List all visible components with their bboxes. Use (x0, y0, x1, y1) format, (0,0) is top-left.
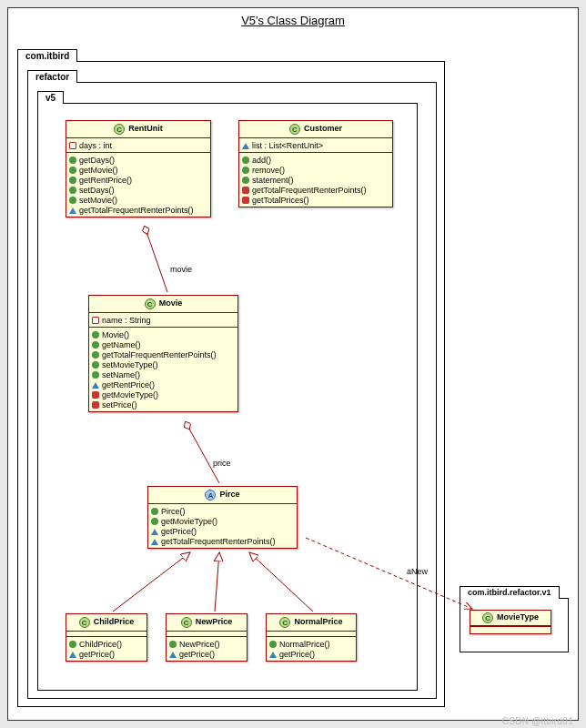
member-text: getPrice() (161, 527, 197, 536)
member-row: getPrice() (269, 649, 353, 659)
member-row: statement() (242, 175, 389, 185)
class-stereotype-icon: C (289, 124, 300, 135)
member-text: remove() (252, 166, 285, 175)
class-childprice: CChildPrice ChildPrice()getPrice() (66, 613, 147, 662)
member-row: getTotalFrequentRenterPoints() (92, 349, 235, 359)
visibility-icon (242, 157, 249, 164)
member-text: getMovieType() (161, 517, 217, 526)
edge-label-movie: movie (170, 265, 192, 274)
class-operations (470, 626, 551, 633)
member-text: Movie() (102, 330, 129, 339)
member-text: NormalPrice() (279, 640, 330, 649)
visibility-icon (92, 341, 99, 349)
member-row: ChildPrice() (69, 639, 144, 649)
visibility-icon (242, 167, 249, 174)
member-row: getMovie() (69, 165, 207, 175)
member-text: setMovieType() (102, 360, 158, 369)
class-name: ChildPrice (94, 617, 135, 626)
class-attributes: list : List<RentUnit> (239, 138, 392, 153)
visibility-icon (151, 529, 158, 535)
member-text: setMovie() (79, 196, 117, 205)
member-text: add() (252, 156, 271, 165)
member-text: getTotalFrequentRenterPoints() (102, 350, 217, 359)
member-text: setDays() (79, 186, 115, 195)
member-row: add() (242, 155, 389, 165)
member-row: Pirce() (151, 506, 294, 516)
visibility-icon (92, 331, 99, 339)
class-pirce: APirce Pirce()getMovieType()getPrice()ge… (147, 486, 298, 549)
class-name: Movie (159, 298, 183, 308)
class-stereotype-icon: C (79, 617, 90, 628)
package-movietype: com.itbird.refactor.v1 CMovieType (460, 598, 569, 652)
member-row: name : String (92, 315, 235, 325)
member-row: getMovieType() (92, 389, 235, 399)
member-text: getPrice() (179, 650, 215, 659)
member-text: NewPrice() (179, 640, 220, 649)
member-row: getMovieType() (151, 516, 294, 526)
visibility-icon (169, 652, 177, 658)
visibility-icon (69, 157, 76, 164)
member-text: Pirce() (161, 507, 186, 516)
member-row: setMovie() (69, 195, 207, 205)
visibility-icon (242, 187, 249, 194)
visibility-icon (92, 361, 99, 369)
package-tab: com.itbird (17, 49, 77, 62)
visibility-icon (269, 641, 277, 648)
visibility-icon (242, 143, 249, 149)
member-text: getRentPrice() (102, 380, 155, 389)
member-row: getPrice() (151, 526, 294, 536)
member-row: getTotalFrequentRenterPoints() (242, 185, 389, 195)
member-text: getTotalFrequentRenterPoints() (252, 186, 367, 195)
package-com-itbird: com.itbird refactor v5 CRentUnit days : … (17, 61, 445, 707)
member-row: getTotalFrequentRenterPoints() (69, 205, 207, 215)
member-text: getDays() (79, 156, 115, 165)
edge-label-price: price (213, 459, 231, 468)
class-operations: Movie()getName()getTotalFrequentRenterPo… (89, 328, 237, 411)
member-row: getName() (92, 339, 235, 349)
class-stereotype-icon: C (181, 617, 192, 628)
class-name: Customer (304, 124, 342, 133)
class-stereotype-icon: C (145, 298, 156, 309)
visibility-icon (92, 391, 99, 399)
watermark: CSDN @itbird01 (502, 716, 573, 726)
visibility-icon (92, 382, 99, 389)
class-stereotype-icon: C (482, 612, 493, 623)
visibility-icon (92, 401, 99, 409)
member-row: getPrice() (69, 649, 144, 659)
class-movie: CMovie name : String Movie()getName()get… (88, 295, 238, 412)
class-customer: CCustomer list : List<RentUnit> add()rem… (238, 120, 393, 207)
class-operations: getDays()getMovie()getRentPrice()setDays… (66, 153, 210, 217)
member-row: getTotalPrices() (242, 195, 389, 205)
member-row: getRentPrice() (92, 379, 235, 389)
member-row: days : int (69, 140, 207, 150)
member-row: getDays() (69, 155, 207, 165)
visibility-icon (269, 652, 277, 658)
member-text: getTotalFrequentRenterPoints() (161, 537, 276, 546)
member-text: list : List<RentUnit> (252, 141, 323, 150)
member-text: ChildPrice() (79, 640, 122, 649)
member-row: setMovieType() (92, 359, 235, 369)
package-refactor: refactor v5 CRentUnit days : int getDays… (27, 82, 437, 699)
class-stereotype-icon: C (279, 617, 290, 628)
visibility-icon (69, 187, 76, 194)
member-row: remove() (242, 165, 389, 175)
member-row: getTotalFrequentRenterPoints() (151, 536, 294, 546)
visibility-icon (69, 177, 76, 184)
visibility-icon (69, 167, 76, 174)
class-normalprice: CNormalPrice NormalPrice()getPrice() (266, 613, 357, 662)
class-name: Pirce (219, 490, 239, 499)
diagram-title: V5's Class Diagram (8, 8, 578, 36)
class-name: NormalPrice (294, 617, 342, 626)
member-row: setDays() (69, 185, 207, 195)
visibility-icon (92, 317, 99, 324)
member-row: setPrice() (92, 399, 235, 410)
visibility-icon (69, 652, 76, 658)
class-attributes: days : int (66, 138, 210, 153)
class-attributes: name : String (89, 313, 237, 328)
visibility-icon (151, 508, 158, 515)
package-tab: refactor (27, 70, 77, 83)
class-rentunit: CRentUnit days : int getDays()getMovie()… (66, 120, 211, 217)
visibility-icon (242, 197, 249, 204)
member-text: statement() (252, 176, 294, 185)
member-row: list : List<RentUnit> (242, 140, 389, 150)
